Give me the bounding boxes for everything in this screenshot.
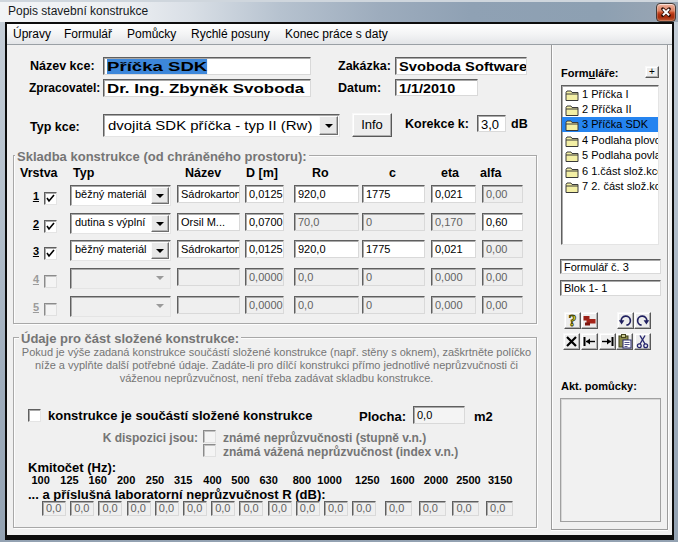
svg-text:?: ? [569,313,577,328]
